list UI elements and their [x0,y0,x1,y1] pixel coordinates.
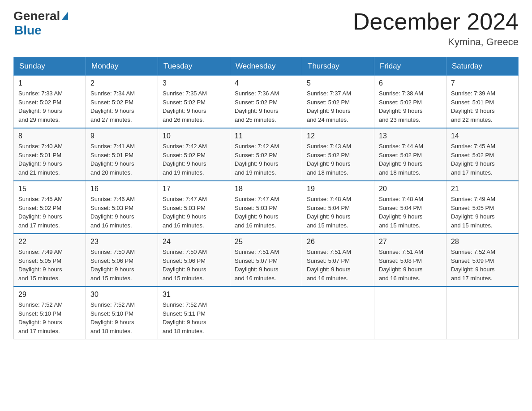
day-number: 13 [379,132,442,140]
col-header-friday: Friday [374,57,446,76]
day-number: 29 [18,291,81,299]
calendar-day-cell: 13Sunrise: 7:44 AMSunset: 5:02 PMDayligh… [374,128,446,181]
col-header-sunday: Sunday [14,57,86,76]
location-title: Kymina, Greece [353,36,519,48]
calendar-day-cell: 31Sunrise: 7:52 AMSunset: 5:11 PMDayligh… [158,287,230,339]
calendar-day-cell: 16Sunrise: 7:46 AMSunset: 5:03 PMDayligh… [86,181,158,234]
day-number: 14 [451,132,514,140]
day-number: 4 [235,79,297,87]
col-header-monday: Monday [86,57,158,76]
day-info: Sunrise: 7:38 AMSunset: 5:02 PMDaylight:… [379,89,442,124]
calendar-day-cell [374,287,446,339]
calendar-day-cell: 28Sunrise: 7:52 AMSunset: 5:09 PMDayligh… [446,234,519,287]
day-info: Sunrise: 7:49 AMSunset: 5:05 PMDaylight:… [18,248,81,283]
day-info: Sunrise: 7:47 AMSunset: 5:03 PMDaylight:… [235,195,297,230]
calendar-week-row: 29Sunrise: 7:52 AMSunset: 5:10 PMDayligh… [14,287,519,339]
day-number: 2 [90,79,153,87]
day-number: 3 [163,79,225,87]
calendar-day-cell: 26Sunrise: 7:51 AMSunset: 5:07 PMDayligh… [302,234,374,287]
calendar-week-row: 8Sunrise: 7:40 AMSunset: 5:01 PMDaylight… [14,128,519,181]
calendar-day-cell: 2Sunrise: 7:34 AMSunset: 5:02 PMDaylight… [86,76,158,128]
logo-top: General [13,9,68,23]
calendar-day-cell [230,287,302,339]
calendar-day-cell: 11Sunrise: 7:42 AMSunset: 5:02 PMDayligh… [230,128,302,181]
calendar-day-cell: 9Sunrise: 7:41 AMSunset: 5:01 PMDaylight… [86,128,158,181]
day-info: Sunrise: 7:33 AMSunset: 5:02 PMDaylight:… [18,89,81,124]
calendar-day-cell: 8Sunrise: 7:40 AMSunset: 5:01 PMDaylight… [14,128,86,181]
day-number: 25 [235,238,297,246]
calendar-day-cell: 24Sunrise: 7:50 AMSunset: 5:06 PMDayligh… [158,234,230,287]
day-info: Sunrise: 7:36 AMSunset: 5:02 PMDaylight:… [235,89,297,124]
day-info: Sunrise: 7:45 AMSunset: 5:02 PMDaylight:… [451,142,514,177]
day-info: Sunrise: 7:47 AMSunset: 5:03 PMDaylight:… [163,195,225,230]
day-number: 19 [307,185,369,193]
day-number: 6 [379,79,442,87]
day-info: Sunrise: 7:39 AMSunset: 5:01 PMDaylight:… [451,89,514,124]
calendar-table: SundayMondayTuesdayWednesdayThursdayFrid… [13,57,519,339]
day-info: Sunrise: 7:40 AMSunset: 5:01 PMDaylight:… [18,142,81,177]
calendar-day-cell: 15Sunrise: 7:45 AMSunset: 5:02 PMDayligh… [14,181,86,234]
day-info: Sunrise: 7:52 AMSunset: 5:11 PMDaylight:… [163,300,225,335]
calendar-day-cell: 25Sunrise: 7:51 AMSunset: 5:07 PMDayligh… [230,234,302,287]
day-number: 11 [235,132,297,140]
logo-triangle-icon [62,12,68,20]
day-info: Sunrise: 7:48 AMSunset: 5:04 PMDaylight:… [379,195,442,230]
day-number: 18 [235,185,297,193]
logo-blue-text: Blue [14,23,42,38]
day-info: Sunrise: 7:42 AMSunset: 5:02 PMDaylight:… [235,142,297,177]
calendar-day-cell: 14Sunrise: 7:45 AMSunset: 5:02 PMDayligh… [446,128,519,181]
calendar-day-cell [446,287,519,339]
col-header-wednesday: Wednesday [230,57,302,76]
calendar-day-cell: 12Sunrise: 7:43 AMSunset: 5:02 PMDayligh… [302,128,374,181]
day-number: 7 [451,79,514,87]
page-header: General Blue December 2024 Kymina, Greec… [13,9,519,48]
calendar-week-row: 15Sunrise: 7:45 AMSunset: 5:02 PMDayligh… [14,181,519,234]
calendar-week-row: 22Sunrise: 7:49 AMSunset: 5:05 PMDayligh… [14,234,519,287]
day-number: 15 [18,185,81,193]
day-number: 5 [307,79,369,87]
day-number: 23 [90,238,153,246]
col-header-thursday: Thursday [302,57,374,76]
title-section: December 2024 Kymina, Greece [353,9,519,48]
calendar-day-cell: 20Sunrise: 7:48 AMSunset: 5:04 PMDayligh… [374,181,446,234]
day-number: 17 [163,185,225,193]
day-number: 31 [163,291,225,299]
col-header-tuesday: Tuesday [158,57,230,76]
calendar-day-cell [302,287,374,339]
calendar-header-row: SundayMondayTuesdayWednesdayThursdayFrid… [14,57,519,76]
day-number: 21 [451,185,514,193]
calendar-day-cell: 27Sunrise: 7:51 AMSunset: 5:08 PMDayligh… [374,234,446,287]
day-info: Sunrise: 7:43 AMSunset: 5:02 PMDaylight:… [307,142,369,177]
day-info: Sunrise: 7:50 AMSunset: 5:06 PMDaylight:… [90,248,153,283]
day-info: Sunrise: 7:51 AMSunset: 5:08 PMDaylight:… [379,248,442,283]
day-info: Sunrise: 7:50 AMSunset: 5:06 PMDaylight:… [163,248,225,283]
calendar-day-cell: 1Sunrise: 7:33 AMSunset: 5:02 PMDaylight… [14,76,86,128]
col-header-saturday: Saturday [446,57,519,76]
day-number: 27 [379,238,442,246]
month-title: December 2024 [353,9,519,34]
day-info: Sunrise: 7:46 AMSunset: 5:03 PMDaylight:… [90,195,153,230]
day-info: Sunrise: 7:49 AMSunset: 5:05 PMDaylight:… [451,195,514,230]
day-number: 8 [18,132,81,140]
calendar-day-cell: 10Sunrise: 7:42 AMSunset: 5:02 PMDayligh… [158,128,230,181]
day-number: 22 [18,238,81,246]
calendar-day-cell: 6Sunrise: 7:38 AMSunset: 5:02 PMDaylight… [374,76,446,128]
day-info: Sunrise: 7:52 AMSunset: 5:09 PMDaylight:… [451,248,514,283]
calendar-day-cell: 5Sunrise: 7:37 AMSunset: 5:02 PMDaylight… [302,76,374,128]
day-number: 1 [18,79,81,87]
day-number: 24 [163,238,225,246]
day-info: Sunrise: 7:34 AMSunset: 5:02 PMDaylight:… [90,89,153,124]
day-info: Sunrise: 7:44 AMSunset: 5:02 PMDaylight:… [379,142,442,177]
logo: General Blue [13,9,68,38]
calendar-day-cell: 22Sunrise: 7:49 AMSunset: 5:05 PMDayligh… [14,234,86,287]
day-number: 10 [163,132,225,140]
calendar-day-cell: 23Sunrise: 7:50 AMSunset: 5:06 PMDayligh… [86,234,158,287]
day-info: Sunrise: 7:51 AMSunset: 5:07 PMDaylight:… [307,248,369,283]
day-info: Sunrise: 7:51 AMSunset: 5:07 PMDaylight:… [235,248,297,283]
calendar-week-row: 1Sunrise: 7:33 AMSunset: 5:02 PMDaylight… [14,76,519,128]
day-number: 30 [90,291,153,299]
calendar-day-cell: 30Sunrise: 7:52 AMSunset: 5:10 PMDayligh… [86,287,158,339]
calendar-day-cell: 17Sunrise: 7:47 AMSunset: 5:03 PMDayligh… [158,181,230,234]
day-info: Sunrise: 7:48 AMSunset: 5:04 PMDaylight:… [307,195,369,230]
day-number: 16 [90,185,153,193]
